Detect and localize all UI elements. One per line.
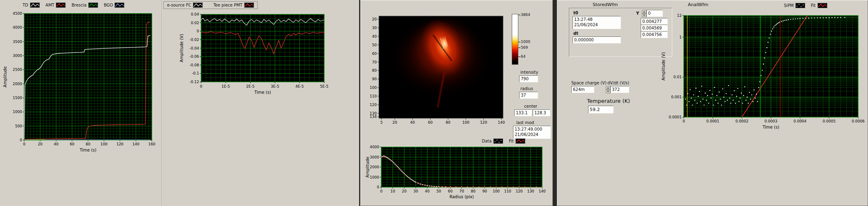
svg-text:-0.08: -0.08 [190, 63, 199, 67]
legend-item-tee-piece-pmt[interactable]: Tee piece PMT [213, 2, 254, 8]
svg-text:0: 0 [23, 142, 25, 146]
legend-item-fit[interactable]: Fit [811, 3, 827, 8]
radial-profile-graph: 0102030405060708090100110120130140010002… [365, 145, 550, 206]
svg-text:50: 50 [372, 43, 377, 47]
svg-text:2000: 2000 [13, 82, 22, 86]
svg-text:40: 40 [54, 142, 59, 146]
svg-text:40: 40 [425, 189, 430, 193]
svg-text:90: 90 [372, 77, 377, 81]
svg-text:3E-5: 3E-5 [271, 84, 279, 88]
legend-item-bgo[interactable]: BGO [104, 2, 124, 8]
svg-text:80: 80 [446, 120, 451, 125]
svg-text:0.04: 0.04 [191, 12, 199, 16]
lastmod-label: last mod [516, 120, 534, 125]
space-charge-label: Space charge (V) [571, 81, 607, 85]
svg-text:Amplitude: Amplitude [3, 66, 7, 87]
svg-text:30: 30 [372, 26, 377, 30]
svg-text:0.01: 0.01 [673, 75, 682, 79]
svg-text:110: 110 [504, 189, 511, 193]
temperature-value: 59.2 [588, 106, 614, 113]
intensity-colorbar: 3864100056964 [512, 14, 551, 67]
svg-text:0.0003: 0.0003 [765, 119, 778, 123]
svg-text:1000: 1000 [370, 175, 379, 179]
panel-divider [162, 0, 163, 206]
svg-text:100: 100 [492, 189, 499, 193]
svg-text:Amplitude (V): Amplitude (V) [179, 34, 184, 62]
legend-label: Fit [811, 3, 816, 8]
colorbar-ramp [512, 14, 518, 65]
legend-label: Data [482, 139, 492, 143]
svg-text:130: 130 [527, 189, 534, 193]
lastmod-date: 21/06/2024 [515, 132, 549, 137]
svg-text:60: 60 [70, 142, 75, 146]
dt-value: 0.000000 [573, 36, 621, 43]
analysis-window: StoredWfm t0 13:27:48 21/06/2024 dt 0.00… [557, 0, 868, 206]
space-charge-value: 624m [571, 86, 594, 93]
svg-text:20: 20 [38, 142, 43, 146]
decrement-button[interactable]: ▼ [606, 90, 610, 93]
esource-graph: 01E-52E-53E-54E-55E-50.040.020-0.02-0.04… [177, 10, 358, 101]
svg-text:50: 50 [436, 189, 441, 193]
intensity-graph: 5204060801001201402030405060708090100110… [364, 11, 512, 134]
y-index-spinner[interactable]: ▲ ▼ [642, 10, 646, 17]
svg-text:70: 70 [459, 189, 464, 193]
svg-text:0: 0 [380, 189, 382, 193]
legend-dots-icon [493, 138, 503, 144]
decrement-button[interactable]: ▼ [642, 14, 646, 17]
svg-text:1500: 1500 [13, 96, 22, 100]
svg-text:4000: 4000 [370, 145, 379, 149]
left-graphs-window: TDAMTBresciaBGO 020406080100120140160050… [0, 0, 359, 206]
svg-text:4500: 4500 [13, 11, 22, 16]
esource-graph-legend: e-source FCTee piece PMT [163, 1, 258, 9]
svg-text:2000: 2000 [370, 165, 379, 169]
svg-text:0.001: 0.001 [671, 95, 682, 99]
legend-item-fit[interactable]: Fit [509, 138, 525, 144]
svg-text:160: 160 [148, 142, 155, 146]
t0-value: 13:27:48 21/06/2024 [573, 16, 621, 29]
svg-text:Radius (pix): Radius (pix) [449, 195, 474, 199]
legend-item-sipm[interactable]: SiPM [784, 3, 805, 8]
legend-item-brescia[interactable]: Brescia [71, 2, 98, 8]
legend-label: e-source FC [167, 3, 191, 7]
svg-text:4000: 4000 [13, 25, 22, 29]
storedwfm-cluster: t0 13:27:48 21/06/2024 dt 0.000000 Y ▲ ▼… [569, 8, 672, 57]
svg-text:-0.02: -0.02 [190, 38, 199, 42]
svg-text:Time (s): Time (s) [762, 125, 779, 129]
dvdt-value[interactable]: 372 [610, 86, 629, 93]
legend-dots-icon [795, 3, 805, 8]
increment-button[interactable]: ▲ [642, 10, 646, 14]
legend-label: TD [23, 3, 28, 7]
svg-text:5E-5: 5E-5 [320, 84, 328, 88]
svg-text:120: 120 [480, 120, 487, 125]
svg-text:80: 80 [471, 189, 476, 193]
legend-item-e-source-fc[interactable]: e-source FC [167, 2, 203, 8]
svg-text:2500: 2500 [13, 68, 22, 72]
legend-label: Tee piece PMT [213, 3, 243, 7]
svg-text:4E-5: 4E-5 [295, 84, 304, 88]
svg-text:40: 40 [410, 120, 415, 125]
svg-text:60: 60 [448, 189, 453, 193]
svg-text:60: 60 [372, 52, 377, 56]
svg-text:Time (s): Time (s) [79, 148, 96, 152]
dvdt-spinner[interactable]: ▲ ▼ [606, 86, 610, 93]
legend-item-td[interactable]: TD [23, 2, 40, 8]
svg-text:30: 30 [413, 189, 418, 193]
colorbar-tick-label: 3864 [521, 13, 530, 17]
labview-front-panel: TDAMTBresciaBGO 020406080100120140160050… [0, 0, 868, 206]
svg-text:120: 120 [117, 142, 124, 146]
increment-button[interactable]: ▲ [606, 86, 610, 90]
svg-text:110: 110 [370, 94, 377, 98]
legend-waveform-icon [244, 2, 254, 8]
svg-text:0: 0 [200, 84, 202, 88]
svg-text:80: 80 [86, 142, 91, 146]
svg-text:140: 140 [133, 142, 140, 146]
svg-text:-0.1: -0.1 [192, 71, 199, 75]
legend-item-amt[interactable]: AMT [46, 2, 66, 8]
svg-text:0: 0 [197, 29, 199, 33]
svg-text:100: 100 [370, 86, 377, 90]
svg-text:2E-5: 2E-5 [246, 84, 254, 88]
center-x-value: 133.1 [514, 109, 532, 116]
legend-item-data[interactable]: Data [482, 138, 503, 144]
svg-text:20: 20 [392, 120, 397, 125]
dt-label: dt [573, 31, 578, 36]
